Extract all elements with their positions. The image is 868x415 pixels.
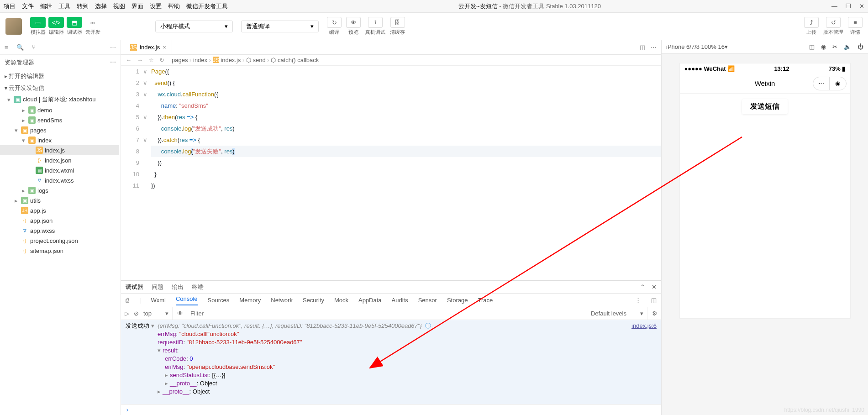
devtab-sensor[interactable]: Sensor <box>418 297 437 304</box>
tree-item-app.js[interactable]: JSapp.js <box>0 205 119 215</box>
compile-button[interactable]: ↻编译 <box>327 17 342 36</box>
terminal-tab[interactable]: 终端 <box>192 283 204 291</box>
devtab-security[interactable]: Security <box>303 297 324 304</box>
tree-item-demo[interactable]: ▸▣demo <box>0 105 119 115</box>
devtab-appdata[interactable]: AppData <box>358 297 382 304</box>
devtab-memory[interactable]: Memory <box>239 297 261 304</box>
more-icon[interactable]: ⋯ <box>651 44 657 51</box>
history-icon[interactable]: ↻ <box>159 57 164 63</box>
devtab-audits[interactable]: Audits <box>392 297 408 304</box>
menu-文件[interactable]: 文件 <box>22 2 34 11</box>
clear-icon[interactable]: ⊘ <box>134 310 139 317</box>
close-icon[interactable]: ✕ <box>652 284 657 290</box>
split-icon[interactable]: ◫ <box>640 44 645 51</box>
tree-item-index.json[interactable]: {}index.json <box>0 155 119 165</box>
context-dropdown[interactable]: top▾ <box>143 307 173 320</box>
tree-item-index.wxss[interactable]: ∇index.wxss <box>0 175 119 185</box>
levels-dropdown[interactable]: Default levels▾ <box>591 307 647 320</box>
menu-界面[interactable]: 界面 <box>132 2 143 11</box>
version-button[interactable]: ↺版本管理 <box>823 17 843 36</box>
record-icon[interactable]: ◉ <box>821 43 826 50</box>
list-icon[interactable]: ≡ <box>5 44 8 51</box>
menu-帮助[interactable]: 帮助 <box>168 2 180 11</box>
back-icon[interactable]: ← <box>126 57 132 63</box>
tree-item-app.wxss[interactable]: ∇app.wxss <box>0 226 119 236</box>
tree-item-utils[interactable]: ▸▣utils <box>0 195 119 205</box>
tree-item-index.wxml[interactable]: ▤index.wxml <box>0 165 119 175</box>
more-icon[interactable]: ⋯ <box>110 58 116 67</box>
console-output[interactable]: 发送成功 ▾ {errMsg: "cloud.callFunction:ok",… <box>121 320 661 404</box>
devtab-trace[interactable]: Trace <box>478 297 493 304</box>
tree-item-index[interactable]: ▾▣index <box>0 135 119 145</box>
remote-debug-button[interactable]: ⟟真机调试 <box>365 17 385 36</box>
devtab-wxml[interactable]: Wxml <box>151 297 166 304</box>
forward-icon[interactable]: → <box>137 57 143 63</box>
search-icon[interactable]: 🔍 <box>16 44 24 51</box>
sound-icon[interactable]: 🔈 <box>844 43 851 50</box>
clear-cache-button[interactable]: 🗄清缓存 <box>390 17 405 36</box>
detail-button[interactable]: ≡详情 <box>848 17 863 36</box>
tree-item-sitemap.json[interactable]: {}sitemap.json <box>0 246 119 256</box>
tree-item-project.config.json[interactable]: {}project.config.json <box>0 236 119 246</box>
open-editors-header[interactable]: ▸ 打开的编辑器 <box>0 70 121 82</box>
devtab-sources[interactable]: Sources <box>208 297 230 304</box>
tree-item-app.json[interactable]: {}app.json <box>0 215 119 226</box>
branch-icon[interactable]: ⑂ <box>32 44 36 51</box>
menu-工具[interactable]: 工具 <box>58 2 70 11</box>
bookmark-icon[interactable]: ☆ <box>148 57 154 63</box>
menu-项目[interactable]: 项目 <box>4 2 16 11</box>
devtab-storage[interactable]: Storage <box>447 297 468 304</box>
debugger-tab[interactable]: 调试器 <box>126 283 143 291</box>
play-icon[interactable]: ▷ <box>125 310 129 317</box>
menu-转到[interactable]: 转到 <box>77 2 89 11</box>
power-icon[interactable]: ⏻ <box>857 43 863 50</box>
send-sms-button[interactable]: 发送短信 <box>742 99 788 114</box>
target-icon[interactable]: ◉ <box>830 77 846 90</box>
menu-编辑[interactable]: 编辑 <box>40 2 52 11</box>
minimize-icon[interactable]: — <box>831 3 837 10</box>
close-icon[interactable]: ✕ <box>859 3 864 10</box>
chevron-down-icon[interactable]: ▾ <box>725 43 728 50</box>
problems-tab[interactable]: 问题 <box>152 283 163 291</box>
menu-视图[interactable]: 视图 <box>113 2 125 11</box>
code-editor[interactable]: 1234567891011 ∨∨∨ ∨ ∨ Page({ send() { wx… <box>121 66 661 280</box>
output-tab[interactable]: 输出 <box>172 283 184 291</box>
tree-item-pages[interactable]: ▾▣pages <box>0 125 119 135</box>
devtab-network[interactable]: Network <box>271 297 293 304</box>
capsule-button[interactable]: ⋯ ◉ <box>813 77 847 90</box>
inspect-icon[interactable]: ⎙ <box>126 297 129 304</box>
menu-设置[interactable]: 设置 <box>150 2 162 11</box>
tree-item-logs[interactable]: ▸▣logs <box>0 185 119 195</box>
console-prompt[interactable]: › <box>121 404 661 415</box>
simulator-button[interactable]: ▭模拟器 <box>30 17 46 36</box>
cloud-env-folder[interactable]: ▾▣cloud | 当前环境: xiaoshitou <box>0 94 121 105</box>
tab-index-js[interactable]: JSindex.js× <box>125 40 172 54</box>
upload-button[interactable]: ⤴上传 <box>804 17 819 36</box>
menu-选择[interactable]: 选择 <box>95 2 107 11</box>
mode-dropdown[interactable]: 小程序模式▾ <box>155 21 233 32</box>
menu-icon[interactable]: ⋯ <box>813 77 830 90</box>
tree-item-sendSms[interactable]: ▸▣sendSms <box>0 115 119 125</box>
devtab-console[interactable]: Console <box>176 295 198 305</box>
menu-微信开发者工具[interactable]: 微信开发者工具 <box>186 2 228 11</box>
chevron-up-icon[interactable]: ⌃ <box>640 284 645 290</box>
gear-icon[interactable]: ⚙ <box>652 310 658 317</box>
preview-button[interactable]: 👁预览 <box>346 17 361 36</box>
source-link[interactable]: index.js:6 <box>631 322 657 330</box>
close-icon[interactable]: × <box>163 44 166 51</box>
debugger-button[interactable]: ⬒调试器 <box>67 17 82 36</box>
maximize-icon[interactable]: ❐ <box>846 3 851 10</box>
cut-icon[interactable]: ✂ <box>832 43 837 50</box>
devtab-mock[interactable]: Mock <box>334 297 348 304</box>
eye-icon[interactable]: 👁 <box>177 310 183 317</box>
editor-button[interactable]: </>编辑器 <box>48 17 64 36</box>
cloud-button[interactable]: ∞云开发 <box>85 17 100 36</box>
dock-icon[interactable]: ◫ <box>809 43 815 50</box>
dock-icon[interactable]: ◫ <box>651 297 657 304</box>
more-icon[interactable]: ⋯ <box>110 44 116 51</box>
project-header[interactable]: ▾ 云开发发短信 <box>0 82 121 94</box>
kebab-icon[interactable]: ⋮ <box>635 297 641 304</box>
filter-input[interactable] <box>188 307 586 320</box>
user-avatar[interactable] <box>5 18 22 35</box>
compile-mode-dropdown[interactable]: 普通编译▾ <box>241 21 319 32</box>
